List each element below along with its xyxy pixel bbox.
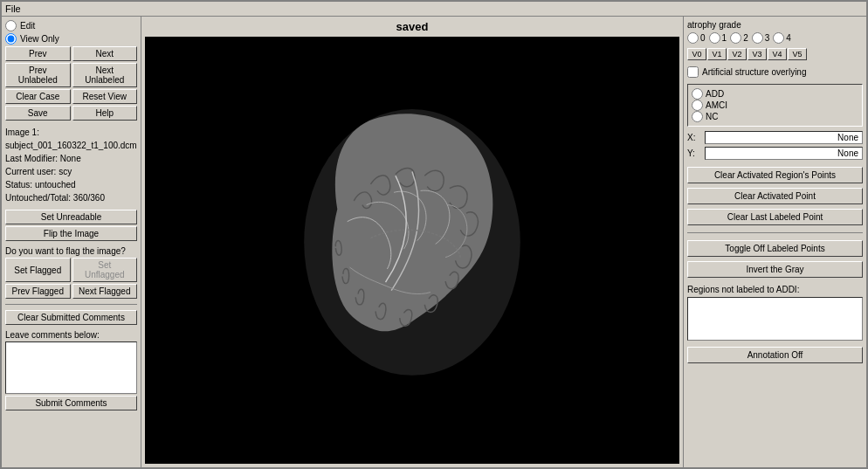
set-unreadable-button[interactable]: Set Unreadable — [5, 210, 137, 224]
atrophy-label-3: 3 — [765, 33, 770, 43]
tab-v0[interactable]: V0 — [687, 48, 706, 60]
set-flagged-button[interactable]: Set Flagged — [5, 258, 71, 282]
flagged-nav-row: Prev Flagged Next Flagged — [5, 284, 137, 299]
tab-v1[interactable]: V1 — [707, 48, 727, 60]
artificial-structure-row: Artificial structure overlying — [687, 66, 863, 78]
atrophy-radio-2[interactable] — [730, 32, 741, 44]
flip-image-button[interactable]: Flip the Image — [5, 226, 137, 241]
flag-row: Set Flagged Set Unflagged — [5, 258, 137, 282]
image-info-6: Untouched/Total: 360/360 — [5, 191, 137, 204]
viewonly-radio[interactable] — [5, 33, 17, 45]
diagnosis-panel: ADD AMCI NC — [687, 84, 863, 127]
image-info-5: Status: untouched — [5, 178, 137, 191]
clear-case-button[interactable]: Clear Case — [5, 89, 71, 104]
atrophy-label-2: 2 — [743, 33, 748, 43]
tab-v4[interactable]: V4 — [768, 48, 787, 60]
y-value: None — [705, 147, 863, 160]
file-menu[interactable]: File — [5, 3, 21, 14]
atrophy-option-3: 3 — [752, 32, 770, 44]
left-panel: Edit View Only Prev Next Prev Unlabeled … — [2, 17, 141, 467]
atrophy-radio-4[interactable] — [773, 32, 784, 44]
viewonly-radio-row: View Only — [5, 33, 137, 45]
atrophy-radio-1[interactable] — [709, 32, 720, 44]
flag-question-label: Do you want to flag the image? — [5, 246, 137, 256]
right-panel: atrophy grade 0 1 2 3 — [683, 17, 866, 467]
atrophy-options-row: 0 1 2 3 4 — [687, 32, 863, 44]
x-value: None — [705, 131, 863, 144]
main-window: File Edit View Only Prev Next Prev Unlab… — [0, 0, 868, 469]
save-button[interactable]: Save — [5, 106, 71, 121]
status-label: saved — [396, 20, 429, 33]
artificial-structure-label: Artificial structure overlying — [702, 67, 806, 77]
nc-label: NC — [706, 112, 718, 121]
atrophy-option-4: 4 — [773, 32, 791, 44]
prev-flagged-button[interactable]: Prev Flagged — [5, 284, 71, 299]
clear-reset-row: Clear Case Reset View — [5, 89, 137, 104]
x-label: X: — [687, 133, 701, 142]
viewonly-label: View Only — [20, 34, 59, 44]
help-button[interactable]: Help — [72, 106, 138, 121]
y-label: Y: — [687, 148, 701, 158]
annotation-off-button[interactable]: Annotation Off — [687, 347, 863, 363]
image-info-4: Current user: scy — [5, 165, 137, 178]
prev-next-row: Prev Next — [5, 46, 137, 61]
brain-svg — [264, 76, 561, 425]
artificial-structure-checkbox[interactable] — [687, 66, 699, 78]
atrophy-label-4: 4 — [786, 33, 791, 43]
coord-x-row: X: None — [687, 131, 863, 144]
atrophy-option-2: 2 — [730, 32, 748, 44]
regions-not-labeled-label: Regions not labeled to ADDI: — [687, 285, 863, 294]
next-button[interactable]: Next — [72, 46, 138, 61]
image-info-2: subject_001_160322_t1_100.dcm — [5, 139, 137, 152]
amci-option: AMCI — [692, 100, 858, 111]
clear-comments-button[interactable]: Clear Submitted Comments — [5, 310, 137, 325]
menubar: File — [2, 2, 866, 17]
amci-label: AMCI — [706, 100, 727, 110]
image-info-1: Image 1: — [5, 126, 137, 139]
prev-unlabeled-button[interactable]: Prev Unlabeled — [5, 63, 71, 87]
leave-comments-label: Leave comments below: — [5, 330, 137, 340]
next-unlabeled-button[interactable]: Next Unlabeled — [72, 63, 138, 87]
atrophy-radio-3[interactable] — [752, 32, 763, 44]
center-panel: saved — [141, 17, 683, 467]
save-help-row: Save Help — [5, 106, 137, 121]
amci-radio[interactable] — [692, 100, 703, 111]
add-radio[interactable] — [692, 88, 703, 100]
atrophy-option-1: 1 — [709, 32, 727, 44]
invert-gray-button[interactable]: Invert the Gray — [687, 261, 863, 278]
atrophy-radio-0[interactable] — [687, 32, 699, 44]
atrophy-label-0: 0 — [700, 33, 706, 43]
tab-v2[interactable]: V2 — [727, 48, 747, 60]
atrophy-option-0: 0 — [687, 32, 706, 44]
comments-textarea[interactable] — [5, 341, 137, 394]
nc-radio[interactable] — [692, 111, 703, 122]
tab-v5[interactable]: V5 — [788, 48, 807, 60]
prev-button[interactable]: Prev — [5, 46, 71, 61]
reset-view-button[interactable]: Reset View — [72, 89, 138, 104]
regions-not-labeled-box — [687, 297, 863, 341]
clear-activated-point-button[interactable]: Clear Activated Point — [687, 188, 863, 204]
add-label: ADD — [706, 89, 724, 99]
clear-activated-region-button[interactable]: Clear Activated Region's Points — [687, 167, 863, 183]
image-info-3: Last Modifier: None — [5, 152, 137, 165]
toggle-labeled-points-button[interactable]: Toggle Off Labeled Points — [687, 240, 863, 257]
edit-radio[interactable] — [5, 20, 17, 31]
edit-radio-row: Edit — [5, 20, 137, 31]
coord-y-row: Y: None — [687, 147, 863, 160]
edit-label: Edit — [20, 21, 35, 31]
next-flagged-button[interactable]: Next Flagged — [72, 284, 138, 299]
atrophy-label-1: 1 — [722, 33, 727, 43]
brain-image-area — [145, 37, 679, 464]
image-info: Image 1: subject_001_160322_t1_100.dcm L… — [5, 126, 137, 204]
version-tabs: V0 V1 V2 V3 V4 V5 — [687, 48, 863, 60]
submit-comments-button[interactable]: Submit Comments — [5, 396, 137, 410]
tab-v3[interactable]: V3 — [747, 48, 767, 60]
add-option: ADD — [692, 88, 858, 100]
atrophy-grade-label: atrophy grade — [687, 20, 863, 30]
set-unflagged-button[interactable]: Set Unflagged — [72, 258, 138, 282]
nc-option: NC — [692, 111, 858, 122]
prev-next-unlabeled-row: Prev Unlabeled Next Unlabeled — [5, 63, 137, 87]
clear-last-labeled-button[interactable]: Clear Last Labeled Point — [687, 209, 863, 225]
